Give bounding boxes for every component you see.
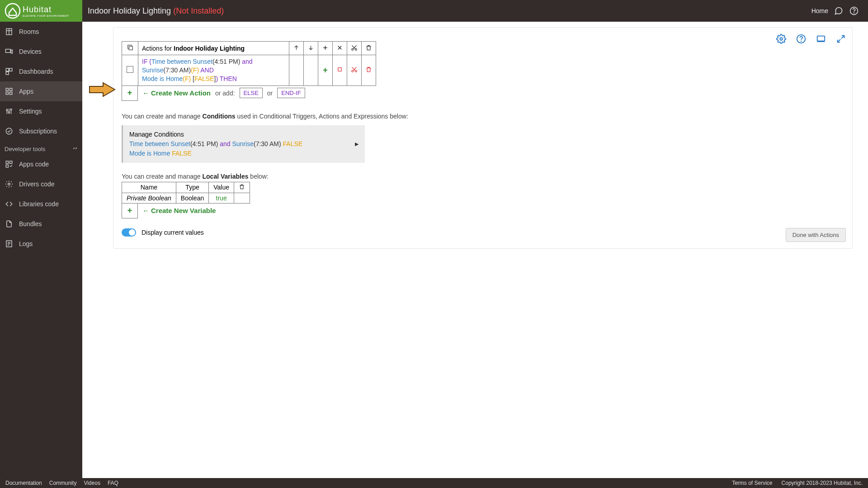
row-stop-button[interactable] xyxy=(333,55,347,86)
svg-point-21 xyxy=(6,128,12,134)
footer-copyright: Copyright 2018-2023 Hubitat, Inc. xyxy=(782,480,863,486)
var-type: Boolean xyxy=(176,193,208,203)
sidebar-item-settings[interactable]: Settings xyxy=(0,101,82,121)
delete-button[interactable] xyxy=(362,42,376,55)
sidebar-item-label: Logs xyxy=(19,240,33,247)
footer-tos[interactable]: Terms of Service xyxy=(732,480,772,486)
svg-point-40 xyxy=(355,71,357,72)
svg-rect-14 xyxy=(10,92,12,95)
col-name: Name xyxy=(122,182,176,193)
footer-link-faq[interactable]: FAQ xyxy=(108,480,118,486)
variable-row[interactable]: Private Boolean Boolean true xyxy=(122,193,250,203)
sidebar-item-subscriptions[interactable]: Subscriptions xyxy=(0,121,82,141)
devices-icon xyxy=(5,47,14,56)
logo[interactable]: Hubitat ELEVATE YOUR ENVIRONMENT xyxy=(0,0,82,22)
svg-rect-35 xyxy=(129,46,132,50)
actions-title: Actions for Indoor Holiday Lighting xyxy=(138,42,289,55)
sidebar-item-devices[interactable]: Devices xyxy=(0,42,82,62)
or-label: or xyxy=(267,90,273,97)
arrow-annotation xyxy=(89,82,116,97)
new-action-row: + ← Create New Action or add: ELSE or EN… xyxy=(122,85,844,101)
endif-button[interactable]: END-IF xyxy=(277,88,305,98)
chevron-right-icon: ▶ xyxy=(355,140,359,148)
copy-button[interactable] xyxy=(122,42,138,55)
sidebar-item-bundles[interactable]: Bundles xyxy=(0,214,82,234)
sidebar-item-drivers-code[interactable]: Drivers code xyxy=(0,174,82,194)
row-add-button[interactable]: + xyxy=(318,55,333,86)
bundles-icon xyxy=(5,219,14,228)
sidebar-item-rooms[interactable]: Rooms xyxy=(0,22,82,42)
add-action-button[interactable]: + xyxy=(122,85,138,101)
cut-button[interactable] xyxy=(347,42,362,55)
logs-icon xyxy=(5,239,14,248)
create-new-action-link[interactable]: ← Create New Action xyxy=(142,89,211,97)
row-checkbox[interactable] xyxy=(122,55,138,86)
add-button[interactable] xyxy=(318,42,333,55)
svg-rect-6 xyxy=(6,49,11,53)
display-values-toggle[interactable] xyxy=(122,228,136,237)
footer-link-videos[interactable]: Videos xyxy=(84,480,100,486)
svg-rect-8 xyxy=(6,68,9,71)
svg-rect-33 xyxy=(817,36,825,41)
row-cut-button[interactable] xyxy=(347,55,362,86)
variables-intro: You can create and manage Local Variable… xyxy=(122,173,844,180)
close-button[interactable] xyxy=(333,42,347,55)
expand-icon[interactable] xyxy=(836,34,846,44)
rooms-icon xyxy=(5,27,14,36)
move-down-button[interactable] xyxy=(304,42,318,55)
svg-point-25 xyxy=(8,183,10,185)
svg-rect-9 xyxy=(9,68,12,71)
svg-point-20 xyxy=(10,109,12,110)
sidebar-item-dashboards[interactable]: Dashboards xyxy=(0,62,82,81)
svg-point-32 xyxy=(801,41,802,42)
main: Actions for Indoor Holiday Lighting IF (… xyxy=(82,22,868,478)
libraries-code-icon xyxy=(5,199,14,208)
create-new-variable-link[interactable]: ← Create New Variable xyxy=(142,207,216,214)
sidebar-item-libraries-code[interactable]: Libraries code xyxy=(0,194,82,214)
svg-rect-13 xyxy=(6,92,8,95)
svg-point-16 xyxy=(6,109,8,111)
gear-icon[interactable] xyxy=(776,34,786,44)
manage-conditions-box[interactable]: Manage Conditions Time between Sunset(4:… xyxy=(122,125,365,163)
svg-point-36 xyxy=(352,48,354,50)
help-icon[interactable] xyxy=(849,6,859,16)
svg-rect-11 xyxy=(6,88,8,90)
else-button[interactable]: ELSE xyxy=(240,88,263,98)
done-button[interactable]: Done with Actions xyxy=(786,228,846,242)
actions-header-row: Actions for Indoor Holiday Lighting xyxy=(122,42,376,55)
row-delete-button[interactable] xyxy=(362,55,376,86)
sidebar: Rooms Devices Dashboards Apps Settings S… xyxy=(0,22,82,478)
move-up-button[interactable] xyxy=(289,42,304,55)
home-link[interactable]: Home xyxy=(811,7,828,14)
sidebar-item-label: Dashboards xyxy=(19,68,53,75)
sidebar-section-dev[interactable]: Developer tools xyxy=(0,141,82,154)
sidebar-item-logs[interactable]: Logs xyxy=(0,234,82,254)
svg-point-2 xyxy=(854,13,854,13)
or-add-label: or add: xyxy=(215,90,235,97)
footer-link-documentation[interactable]: Documentation xyxy=(5,480,42,486)
svg-rect-38 xyxy=(338,68,342,71)
sidebar-item-label: Drivers code xyxy=(19,180,55,188)
dashboards-icon xyxy=(5,67,14,76)
svg-rect-12 xyxy=(10,88,12,90)
footer: Documentation Community Videos FAQ Terms… xyxy=(0,478,868,488)
sidebar-item-apps[interactable]: Apps xyxy=(0,81,82,101)
footer-link-community[interactable]: Community xyxy=(49,480,77,486)
help-icon[interactable] xyxy=(796,34,806,44)
add-variable-button[interactable]: + xyxy=(122,203,138,218)
screen-icon[interactable] xyxy=(816,34,826,44)
sidebar-item-label: Apps xyxy=(19,88,33,95)
chat-icon[interactable] xyxy=(834,6,844,16)
svg-rect-10 xyxy=(6,72,9,75)
actions-card: Actions for Indoor Holiday Lighting IF (… xyxy=(113,27,853,249)
sidebar-item-label: Subscriptions xyxy=(19,128,57,135)
delete-column-button[interactable] xyxy=(234,182,250,193)
rule-expression[interactable]: IF (Time between Sunset(4:51 PM) and Sun… xyxy=(138,55,289,86)
apps-icon xyxy=(5,87,14,96)
sidebar-item-apps-code[interactable]: Apps code xyxy=(0,154,82,174)
sidebar-item-label: Rooms xyxy=(19,28,39,35)
svg-point-39 xyxy=(352,71,354,72)
sidebar-item-label: Devices xyxy=(19,48,42,55)
action-row: IF (Time between Sunset(4:51 PM) and Sun… xyxy=(122,55,376,86)
subscriptions-icon xyxy=(5,127,14,136)
